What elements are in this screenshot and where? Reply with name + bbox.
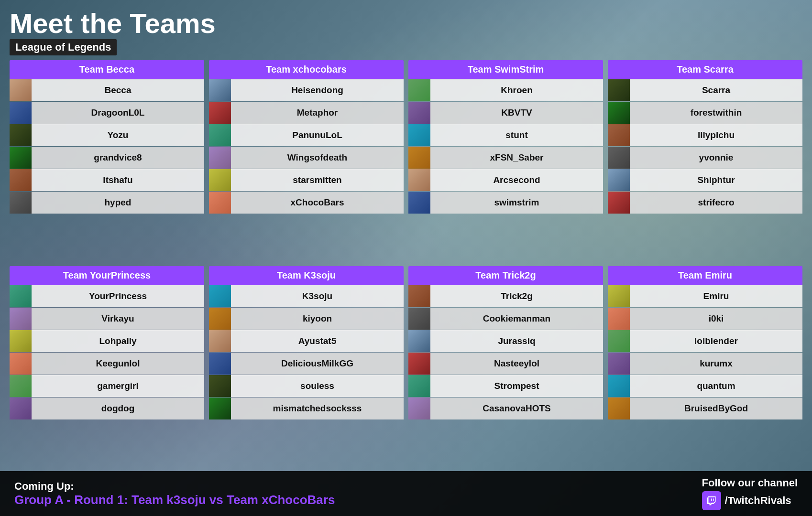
table-row: forestwithin [608,102,802,124]
table-row: strifecro [608,192,802,214]
team-header-2: Team SwimStrim [408,60,603,79]
member-name: mismatchedsocksss [231,403,404,414]
member-name: PanunuLoL [231,130,404,140]
team-header-3: Team Scarra [608,60,802,79]
table-row: Nasteeylol [408,353,603,375]
table-row: Ayustat5 [209,330,404,352]
avatar [408,398,430,419]
member-name: xFSN_Saber [430,152,603,163]
member-name: kiyoon [231,313,404,324]
member-name: Wingsofdeath [231,152,404,163]
avatar [408,147,430,169]
team-block-1: Team xchocobarsHeisendongMetaphorPanunuL… [209,60,404,261]
avatar [10,124,32,146]
avatar [10,169,32,191]
table-row: Keegunlol [10,353,204,375]
table-row: Heisendong [209,79,404,101]
page-title: Meet the Teams [10,10,802,37]
footer-right-wrap: Follow our channel /TwitchRivals [702,477,798,510]
member-name: KBVTV [430,108,603,118]
member-name: Nasteeylol [430,358,603,369]
table-row: grandvice8 [10,147,204,169]
team-block-7: Team EmiruEmirui0kilolblenderkurumxquant… [608,266,802,467]
member-name: lolblender [630,336,802,346]
avatar [608,147,630,169]
member-name: Becca [32,85,204,96]
avatar [209,375,231,397]
avatar [10,147,32,169]
member-name: K3soju [231,291,404,301]
table-row: DragoonL0L [10,102,204,124]
avatar [608,308,630,330]
table-row: hyped [10,192,204,214]
member-name: Keegunlol [32,358,204,369]
avatar [10,285,32,307]
table-row: lilypichu [608,124,802,146]
table-row: Shiphtur [608,169,802,191]
avatar [209,192,231,214]
coming-up-label: Coming Up: [14,480,335,493]
member-name: Trick2g [430,291,603,301]
team-block-4: Team YourPrincessYourPrincessVirkayuLohp… [10,266,204,467]
team-header-0: Team Becca [10,60,204,79]
teams-grid: Team BeccaBeccaDragoonL0LYozugrandvice8I… [10,60,802,471]
table-row: swimstrim [408,192,603,214]
avatar [10,192,32,214]
avatar [608,375,630,397]
table-row: DeliciousMilkGG [209,353,404,375]
member-name: i0ki [630,313,802,324]
member-name: YourPrincess [32,291,204,301]
member-name: Scarra [630,85,802,96]
avatar [10,353,32,375]
avatar [608,169,630,191]
avatar [209,102,231,124]
member-name: quantum [630,381,802,391]
avatar [10,79,32,101]
table-row: KBVTV [408,102,603,124]
table-row: mismatchedsocksss [209,398,404,419]
channel-name: /TwitchRivals [725,494,791,507]
avatar [209,79,231,101]
member-name: lilypichu [630,130,802,140]
avatar [408,169,430,191]
avatar [408,79,430,101]
header: Meet the Teams League of Legends [10,10,802,55]
avatar [209,285,231,307]
table-row: yvonnie [608,147,802,169]
table-row: Scarra [608,79,802,101]
table-row: gamergirl [10,375,204,397]
member-name: Shiphtur [630,175,802,185]
team-header-4: Team YourPrincess [10,266,204,285]
table-row: i0ki [608,308,802,330]
avatar [408,124,430,146]
member-name: Ayustat5 [231,336,404,346]
table-row: Khroen [408,79,603,101]
footer: Coming Up: Group A - Round 1: Team k3soj… [0,471,812,516]
table-row: starsmitten [209,169,404,191]
avatar [209,308,231,330]
table-row: xFSN_Saber [408,147,603,169]
avatar [10,102,32,124]
team-block-2: Team SwimStrimKhroenKBVTVstuntxFSN_Saber… [408,60,603,261]
table-row: K3soju [209,285,404,307]
member-name: Heisendong [231,85,404,96]
table-row: xChocoBars [209,192,404,214]
avatar [10,375,32,397]
table-row: quantum [608,375,802,397]
subtitle: League of Legends [10,39,117,55]
table-row: BruisedByGod [608,398,802,419]
table-row: kiyoon [209,308,404,330]
member-name: swimstrim [430,197,603,208]
table-row: Yozu [10,124,204,146]
follow-label: Follow our channel [702,477,798,489]
avatar [209,330,231,352]
avatar [408,353,430,375]
team-block-3: Team ScarraScarraforestwithinlilypichuyv… [608,60,802,261]
footer-channel-row: /TwitchRivals [702,491,798,510]
avatar [608,124,630,146]
avatar [608,102,630,124]
team-block-6: Team Trick2gTrick2gCookiemanmanJurassiqN… [408,266,603,467]
member-name: Metaphor [231,108,404,118]
team-header-1: Team xchocobars [209,60,404,79]
table-row: stunt [408,124,603,146]
